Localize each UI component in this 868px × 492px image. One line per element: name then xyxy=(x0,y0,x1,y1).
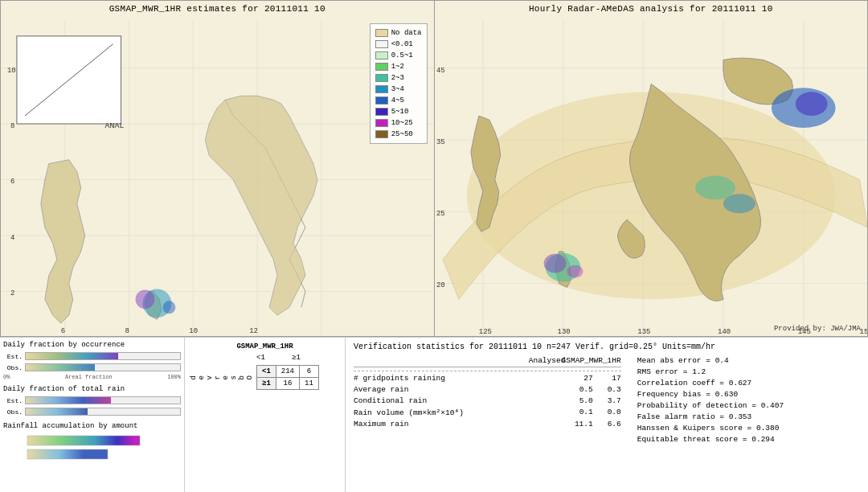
bar-container-obs xyxy=(25,363,181,371)
cont-cell-d: 11 xyxy=(300,378,319,390)
bar-fill-rain xyxy=(26,397,111,404)
svg-text:25: 25 xyxy=(436,210,444,218)
bar-row-obs2: Obs. xyxy=(3,406,181,417)
col-header-analysed: Analysed xyxy=(529,356,557,365)
stat-val-4-2: 6.6 xyxy=(593,420,621,428)
cont-row-1: <1 214 6 xyxy=(257,366,319,378)
legend-color-10-25 xyxy=(375,119,388,127)
legend-color-3-4 xyxy=(375,85,388,93)
bar-row-obs: Obs. xyxy=(3,362,181,373)
stat-val-2-2: 3.7 xyxy=(593,396,621,405)
stat-val-2-1: 5.0 xyxy=(565,396,593,405)
left-map-title: GSMAP_MWR_1HR estimates for 20111011 10 xyxy=(1,4,434,14)
stat-name-2: Conditional rain xyxy=(354,396,565,405)
bar-container-est xyxy=(25,352,181,360)
bar-label-obs2: Obs. xyxy=(3,408,23,416)
stat-val-0-2: 17 xyxy=(593,374,621,383)
svg-text:130: 130 xyxy=(557,328,570,336)
legend-item-3-4: 3~4 xyxy=(375,84,422,95)
metric-7: Equitable threat score = 0.294 xyxy=(637,435,860,444)
legend-item-lt001: <0.01 xyxy=(375,39,422,50)
stat-val-0-1: 27 xyxy=(565,374,593,383)
svg-text:4: 4 xyxy=(10,234,14,242)
divider-1 xyxy=(354,371,621,371)
cont-cell-b: 6 xyxy=(300,366,319,378)
metric-1: RMS error = 1.2 xyxy=(637,367,860,376)
stat-val-3-2: 0.0 xyxy=(593,408,621,417)
stat-name-0: # gridpoints raining xyxy=(354,374,565,383)
bottom-row: Daily fraction by occurrence Est. Obs. 0… xyxy=(0,338,868,492)
legend: No data <0.01 0.5~1 1~2 2~3 xyxy=(370,23,428,144)
stats-row-2: Conditional rain 5.0 3.7 xyxy=(354,396,621,405)
legend-color-2-3 xyxy=(375,74,388,82)
stat-name-3: Rain volume (mm×km²×10⁴) xyxy=(354,408,565,417)
svg-text:20: 20 xyxy=(436,281,444,289)
stats-row-3: Rain volume (mm×km²×10⁴) 0.1 0.0 xyxy=(354,408,621,417)
cont-row2-label: ≥1 xyxy=(257,378,276,390)
bar-axis-occurrence: 0% Areal fraction 100% xyxy=(3,374,181,380)
svg-point-40 xyxy=(723,194,755,213)
contingency-header: <1 ≥1 xyxy=(190,354,340,362)
stats-col-header: Analysed GSMAP_MWR_1HR xyxy=(354,356,621,367)
metric-5: False alarm ratio = 0.353 xyxy=(637,412,860,421)
svg-text:140: 140 xyxy=(718,328,731,336)
svg-text:125: 125 xyxy=(478,328,491,336)
bar-fill-obs xyxy=(26,364,95,371)
col-header-gsmap: GSMAP_MWR_1HR xyxy=(557,356,621,365)
svg-text:ANAL: ANAL xyxy=(105,121,125,130)
contingency-table: <1 214 6 ≥1 16 11 xyxy=(256,365,319,390)
legend-color-lt001 xyxy=(375,40,388,48)
bar-fill-obs2 xyxy=(26,408,88,415)
svg-text:2: 2 xyxy=(10,289,14,297)
bar-row-est2: Est. xyxy=(3,395,181,406)
obs-vertical-label: Observed xyxy=(190,375,254,379)
svg-point-39 xyxy=(695,176,735,200)
svg-point-38 xyxy=(795,92,827,116)
right-map-title: Hourly Radar-AMeDAS analysis for 2011101… xyxy=(435,4,868,14)
left-map-panel: GSMAP_MWR_1HR estimates for 20111011 10 xyxy=(0,0,435,337)
stat-val-1-1: 0.5 xyxy=(565,385,593,394)
legend-item-25-50: 25~50 xyxy=(375,129,422,140)
bar-row-est: Est. xyxy=(3,351,181,362)
stat-name-4: Maximum rain xyxy=(354,420,565,428)
stats-left: Analysed GSMAP_MWR_1HR # gridpoints rain… xyxy=(354,356,621,446)
stats-row-1: Average rain 0.5 0.3 xyxy=(354,385,621,394)
svg-point-15 xyxy=(136,289,155,309)
legend-item-nodata: No data xyxy=(375,27,422,39)
svg-text:135: 135 xyxy=(637,328,650,336)
main-container: GSMAP_MWR_1HR estimates for 20111011 10 xyxy=(0,0,868,492)
svg-text:10: 10 xyxy=(7,67,16,75)
svg-point-43 xyxy=(567,265,583,278)
stats-row-4: Maximum rain 11.1 6.6 xyxy=(354,420,621,428)
stats-panel: Verification statistics for 20111011 10 … xyxy=(346,338,868,492)
bar-label-est: Est. xyxy=(3,353,23,360)
svg-text:6: 6 xyxy=(10,178,14,186)
chart-title-accum: Rainfall accumulation by amount xyxy=(3,422,181,430)
cont-cell-c: 16 xyxy=(276,378,299,390)
legend-item-4-5: 4~5 xyxy=(375,95,422,106)
stats-row-0: # gridpoints raining 27 17 xyxy=(354,374,621,383)
chart-title-occurrence: Daily fraction by occurrence xyxy=(3,341,181,349)
legend-item-2-3: 2~3 xyxy=(375,72,422,84)
metric-6: Hanssen & Kuipers score = 0.380 xyxy=(637,424,860,433)
svg-rect-55 xyxy=(27,449,108,459)
cont-cell-a: 214 xyxy=(276,366,299,378)
svg-text:8: 8 xyxy=(125,327,129,335)
chart-section-occurrence: Daily fraction by occurrence Est. Obs. 0… xyxy=(3,341,181,380)
contingency-wrapper: Observed <1 214 6 ≥1 16 11 xyxy=(190,365,340,390)
contingency-panel: GSMAP_MWR_1HR <1 ≥1 Observed <1 214 6 xyxy=(185,338,346,492)
svg-text:35: 35 xyxy=(436,138,444,146)
legend-color-1-2 xyxy=(375,63,388,71)
contingency-title: GSMAP_MWR_1HR xyxy=(190,342,340,351)
stats-right: Mean abs error = 0.4 RMS error = 1.2 Cor… xyxy=(637,356,860,446)
svg-text:6: 6 xyxy=(61,327,65,335)
legend-color-4-5 xyxy=(375,96,388,105)
legend-color-5-10 xyxy=(375,108,388,116)
bar-fill-est xyxy=(26,353,118,359)
cont-row-2: ≥1 16 11 xyxy=(257,378,319,390)
chart-section-rain: Daily fraction of total rain Est. Obs. xyxy=(3,385,181,417)
bar-label-est2: Est. xyxy=(3,397,23,404)
svg-rect-54 xyxy=(27,436,140,445)
provided-by: Provided by: JWA/JMA xyxy=(774,325,861,333)
legend-item-1-2: 1~2 xyxy=(375,61,422,72)
